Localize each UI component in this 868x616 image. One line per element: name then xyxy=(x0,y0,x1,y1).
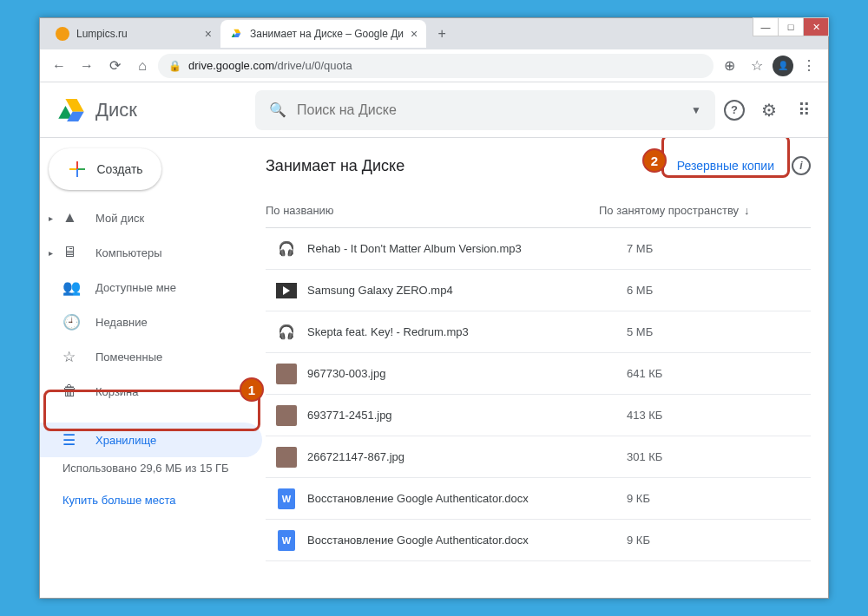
window-controls: — □ ✕ xyxy=(753,17,829,36)
sidebar-item-1[interactable]: 🖥Компьютеры xyxy=(40,235,262,270)
table-row[interactable]: 967730-003.jpg641 КБ xyxy=(266,353,811,395)
sidebar-item-label: Хранилище xyxy=(95,434,156,447)
file-name: 967730-003.jpg xyxy=(307,367,627,380)
table-row[interactable]: 🎧Skepta feat. Key! - Redrum.mp35 МБ xyxy=(266,311,811,353)
sidebar-item-storage[interactable]: ☰ Хранилище xyxy=(40,423,262,457)
tab-title: Занимает на Диске – Google Ди xyxy=(250,28,404,40)
doc-icon: W xyxy=(278,488,295,509)
url-path: /drive/u/0/quota xyxy=(274,59,352,72)
apps-grid-icon[interactable]: ⠿ xyxy=(793,100,814,121)
sidebar-item-label: Помеченные xyxy=(95,351,162,364)
new-doc-icon[interactable]: ⊕ xyxy=(717,54,741,78)
reload-button[interactable]: ⟳ xyxy=(102,54,127,78)
page-title: Занимает на Диске xyxy=(266,157,404,175)
file-name: Samsung Galaxy ZERO.mp4 xyxy=(307,284,627,297)
table-row[interactable]: 🎧Rehab - It Don't Matter Album Version.m… xyxy=(266,228,811,270)
maximize-button[interactable]: □ xyxy=(778,17,804,36)
sidebar-item-2[interactable]: 👥Доступные мне xyxy=(40,270,262,305)
sidebar-item-5[interactable]: 🗑Корзина xyxy=(40,374,262,409)
file-name: Восстановление Google Authenticator.docx xyxy=(307,492,627,505)
profile-avatar[interactable]: 👤 xyxy=(773,56,793,76)
drive-logo[interactable]: Диск xyxy=(54,95,255,126)
search-dropdown-icon[interactable]: ▼ xyxy=(691,104,701,116)
lock-icon: 🔒 xyxy=(168,60,181,72)
table-row[interactable]: WВосстановление Google Authenticator.doc… xyxy=(266,478,811,520)
table-row[interactable]: 266721147-867.jpg301 КБ xyxy=(266,436,811,478)
file-size: 6 МБ xyxy=(627,284,800,297)
close-tab-icon[interactable]: × xyxy=(205,27,212,41)
sidebar-item-label: Корзина xyxy=(95,385,139,398)
image-thumb-icon xyxy=(276,447,297,468)
image-thumb-icon xyxy=(276,364,297,384)
search-icon: 🔍 xyxy=(269,102,286,118)
file-size: 9 КБ xyxy=(627,534,800,547)
file-name: 266721147-867.jpg xyxy=(307,450,627,463)
close-window-button[interactable]: ✕ xyxy=(803,17,829,36)
tab-lumpics[interactable]: Lumpics.ru × xyxy=(47,20,220,48)
sidebar: Создать ▲Мой диск🖥Компьютеры👥Доступные м… xyxy=(40,138,262,598)
nav-icon: ☆ xyxy=(62,348,80,366)
file-area: Занимает на Диске Резервные копии i По н… xyxy=(262,138,828,598)
sidebar-item-label: Компьютеры xyxy=(95,246,162,259)
home-button[interactable]: ⌂ xyxy=(130,54,155,78)
file-size: 7 МБ xyxy=(627,242,800,255)
file-size: 413 КБ xyxy=(627,409,800,422)
tab-strip: Lumpics.ru × Занимает на Диске – Google … xyxy=(40,18,828,49)
browser-toolbar: ← → ⟳ ⌂ 🔒 drive.google.com/drive/u/0/quo… xyxy=(40,49,828,82)
nav-icon: 👥 xyxy=(62,279,80,297)
drive-app-bar: Диск 🔍 ▼ ? ⚙ ⠿ xyxy=(40,82,828,138)
tab-title: Lumpics.ru xyxy=(76,28,128,40)
file-name: Rehab - It Don't Matter Album Version.mp… xyxy=(307,242,627,255)
table-row[interactable]: Samsung Galaxy ZERO.mp46 МБ xyxy=(266,270,811,311)
browser-menu-icon[interactable]: ⋮ xyxy=(797,54,821,78)
help-icon[interactable]: ? xyxy=(724,100,745,121)
audio-icon: 🎧 xyxy=(278,324,295,340)
backups-link[interactable]: Резервные копии xyxy=(677,159,774,173)
table-row[interactable]: 693771-2451.jpg413 КБ xyxy=(266,395,811,436)
bookmark-star-icon[interactable]: ☆ xyxy=(745,54,769,78)
sidebar-item-0[interactable]: ▲Мой диск xyxy=(40,200,262,235)
file-list[interactable]: 🎧Rehab - It Don't Matter Album Version.m… xyxy=(266,228,811,598)
storage-icon: ☰ xyxy=(62,431,80,449)
buy-more-link[interactable]: Купить больше места xyxy=(40,480,262,510)
sort-arrow-icon: ↓ xyxy=(744,204,750,217)
file-name: Восстановление Google Authenticator.docx xyxy=(307,534,627,547)
col-name-header[interactable]: По названию xyxy=(266,204,599,217)
file-size: 641 КБ xyxy=(627,367,800,380)
file-name: Skepta feat. Key! - Redrum.mp3 xyxy=(307,325,627,338)
doc-icon: W xyxy=(278,530,295,551)
table-row[interactable]: WВосстановление Google Authenticator.doc… xyxy=(266,520,811,561)
minimize-button[interactable]: — xyxy=(753,17,779,36)
back-button[interactable]: ← xyxy=(47,54,71,78)
app-name: Диск xyxy=(95,99,137,121)
nav-icon: ▲ xyxy=(62,209,80,226)
search-bar[interactable]: 🔍 ▼ xyxy=(255,90,715,130)
sidebar-item-label: Недавние xyxy=(95,316,148,329)
url-host: drive.google.com xyxy=(188,59,274,72)
new-tab-button[interactable]: + xyxy=(430,26,454,42)
address-bar[interactable]: 🔒 drive.google.com/drive/u/0/quota xyxy=(158,54,713,78)
search-input[interactable] xyxy=(297,102,681,118)
file-name: 693771-2451.jpg xyxy=(307,409,627,422)
drive-logo-icon xyxy=(54,95,89,126)
tab-drive[interactable]: Занимает на Диске – Google Ди × xyxy=(220,20,426,48)
browser-window: Lumpics.ru × Занимает на Диске – Google … xyxy=(39,17,829,599)
sidebar-item-4[interactable]: ☆Помеченные xyxy=(40,339,262,374)
column-headers: По названию По занятому пространству ↓ xyxy=(266,193,811,228)
settings-gear-icon[interactable]: ⚙ xyxy=(759,100,779,121)
file-size: 5 МБ xyxy=(627,325,800,338)
close-tab-icon[interactable]: × xyxy=(411,27,418,41)
storage-used-text: Использовано 29,6 МБ из 15 ГБ xyxy=(40,457,262,480)
col-size-header[interactable]: По занятому пространству ↓ xyxy=(599,204,790,217)
file-size: 9 КБ xyxy=(627,492,800,505)
image-thumb-icon xyxy=(276,405,297,426)
create-button[interactable]: Создать xyxy=(49,148,161,190)
nav-icon: 🕘 xyxy=(62,313,80,331)
sidebar-item-3[interactable]: 🕘Недавние xyxy=(40,305,262,339)
nav-icon: 🗑 xyxy=(62,383,80,400)
forward-button[interactable]: → xyxy=(75,54,99,78)
create-label: Создать xyxy=(96,162,142,176)
sidebar-item-label: Мой диск xyxy=(95,212,144,225)
info-icon[interactable]: i xyxy=(792,156,811,175)
plus-icon xyxy=(67,159,88,180)
